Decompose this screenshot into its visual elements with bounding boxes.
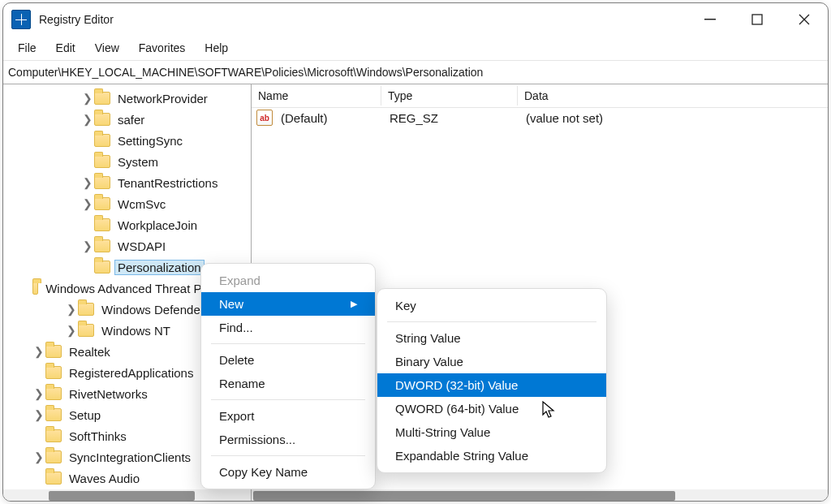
value-row[interactable]: ab(Default)REG_SZ(value not set) — [252, 108, 828, 127]
tree-item-label: SettingSync — [115, 134, 185, 148]
tree-item[interactable]: ❯WSDAPI — [3, 235, 251, 256]
tree-item[interactable]: ❯WorkplaceJoin — [3, 214, 251, 235]
folder-icon — [94, 176, 110, 189]
ctx-permissions[interactable]: Permissions... — [201, 428, 375, 451]
values-list[interactable]: ab(Default)REG_SZ(value not set) — [252, 108, 828, 127]
chevron-right-icon[interactable]: ❯ — [65, 303, 78, 316]
submenu-arrow-icon: ▶ — [351, 299, 357, 309]
tree-item-label: TenantRestrictions — [115, 176, 220, 190]
chevron-right-icon[interactable]: ❯ — [81, 197, 94, 210]
maximize-button[interactable] — [734, 3, 781, 36]
chevron-right-icon[interactable]: ❯ — [32, 345, 45, 358]
folder-icon — [45, 408, 62, 421]
menu-bar: File Edit View Favorites Help — [3, 36, 828, 60]
col-name[interactable]: Name — [252, 86, 381, 106]
address-text: Computer\HKEY_LOCAL_MACHINE\SOFTWARE\Pol… — [8, 66, 483, 79]
ctx-rename[interactable]: Rename — [201, 372, 375, 395]
new-string-value[interactable]: String Value — [377, 326, 606, 350]
minimize-button[interactable] — [687, 3, 734, 36]
tree-item-label: Personalization — [115, 261, 204, 274]
menu-view[interactable]: View — [85, 38, 129, 58]
window-title: Registry Editor — [39, 13, 114, 26]
chevron-right-icon[interactable]: ❯ — [32, 450, 45, 463]
new-binary-value[interactable]: Binary Value — [377, 350, 606, 373]
tree-item-label: System — [115, 155, 161, 169]
new-dword-value[interactable]: DWORD (32-bit) Value — [377, 373, 606, 397]
menu-favorites[interactable]: Favorites — [129, 38, 196, 58]
ctx-find[interactable]: Find... — [201, 316, 375, 339]
tree-item[interactable]: ❯TenantRestrictions — [3, 172, 251, 193]
menu-edit[interactable]: Edit — [46, 38, 85, 58]
context-menu: Expand New ▶ Find... Delete Rename Expor… — [200, 263, 376, 489]
tree-item-label: RivetNetworks — [67, 387, 150, 401]
values-scroll-thumb[interactable] — [253, 491, 675, 501]
value-data: (value not set) — [519, 110, 828, 127]
chevron-right-icon[interactable]: ❯ — [81, 176, 94, 189]
svg-rect-1 — [752, 15, 762, 24]
values-scrollbar[interactable] — [252, 489, 828, 502]
folder-icon — [94, 92, 110, 105]
folder-icon — [94, 197, 110, 210]
folder-icon — [32, 282, 39, 295]
close-button[interactable] — [781, 3, 828, 36]
svg-rect-0 — [704, 19, 716, 20]
tree-item[interactable]: ❯NetworkProvider — [3, 88, 251, 109]
tree-item-label: WSDAPI — [115, 239, 168, 253]
folder-icon — [94, 155, 110, 168]
folder-icon — [94, 261, 110, 274]
regedit-icon — [11, 10, 31, 29]
tree-item[interactable]: ❯System — [3, 151, 251, 172]
chevron-right-icon[interactable]: ❯ — [32, 408, 45, 421]
folder-icon — [45, 429, 62, 442]
folder-icon — [45, 387, 62, 400]
tree-item-label: Realtek — [67, 345, 113, 359]
tree-item[interactable]: ❯SettingSync — [3, 130, 251, 151]
tree-item-label: Windows NT — [99, 324, 173, 338]
ctx-separator — [211, 455, 365, 456]
tree-item-label: WorkplaceJoin — [115, 218, 200, 232]
ctx-separator — [387, 321, 596, 322]
tree-item-label: WcmSvc — [115, 197, 168, 211]
folder-icon — [78, 324, 94, 337]
tree-item-label: safer — [115, 113, 147, 127]
tree-item-label: SyncIntegrationClients — [67, 450, 193, 464]
ctx-expand: Expand — [201, 269, 375, 292]
new-expandable-string-value[interactable]: Expandable String Value — [377, 444, 606, 467]
ctx-copy-key-name[interactable]: Copy Key Name — [201, 460, 375, 484]
tree-item-label: Setup — [67, 408, 103, 422]
menu-file[interactable]: File — [8, 38, 46, 58]
tree-item-label: NetworkProvider — [115, 92, 210, 106]
tree-item-label: RegisteredApplications — [67, 366, 196, 380]
chevron-right-icon[interactable]: ❯ — [81, 113, 94, 126]
tree-scrollbar[interactable] — [3, 489, 251, 502]
new-multi-string-value[interactable]: Multi-String Value — [377, 420, 606, 444]
folder-icon — [45, 450, 62, 463]
window-controls — [687, 3, 828, 36]
col-data[interactable]: Data — [518, 86, 828, 106]
value-name: (Default) — [274, 110, 383, 127]
folder-icon — [78, 303, 94, 316]
tree-item-label: SoftThinks — [67, 429, 129, 443]
chevron-right-icon[interactable]: ❯ — [65, 324, 78, 337]
address-bar[interactable]: Computer\HKEY_LOCAL_MACHINE\SOFTWARE\Pol… — [3, 60, 828, 84]
menu-help[interactable]: Help — [195, 38, 238, 58]
new-key[interactable]: Key — [377, 294, 606, 317]
reg-string-icon: ab — [256, 110, 273, 126]
folder-icon — [94, 218, 110, 231]
tree-item[interactable]: ❯WcmSvc — [3, 193, 251, 214]
ctx-new[interactable]: New ▶ — [201, 292, 375, 316]
col-type[interactable]: Type — [381, 86, 518, 106]
tree-item-label: Waves Audio — [67, 472, 142, 485]
folder-icon — [45, 345, 62, 358]
new-qword-value[interactable]: QWORD (64-bit) Value — [377, 397, 606, 420]
folder-icon — [94, 113, 110, 126]
chevron-right-icon[interactable]: ❯ — [81, 92, 94, 105]
ctx-separator — [211, 343, 365, 344]
value-type: REG_SZ — [383, 110, 519, 127]
ctx-export[interactable]: Export — [201, 404, 375, 428]
chevron-right-icon[interactable]: ❯ — [32, 387, 45, 400]
tree-item[interactable]: ❯safer — [3, 109, 251, 130]
ctx-delete[interactable]: Delete — [201, 348, 375, 372]
chevron-right-icon[interactable]: ❯ — [81, 239, 94, 252]
tree-scroll-thumb[interactable] — [49, 491, 195, 501]
